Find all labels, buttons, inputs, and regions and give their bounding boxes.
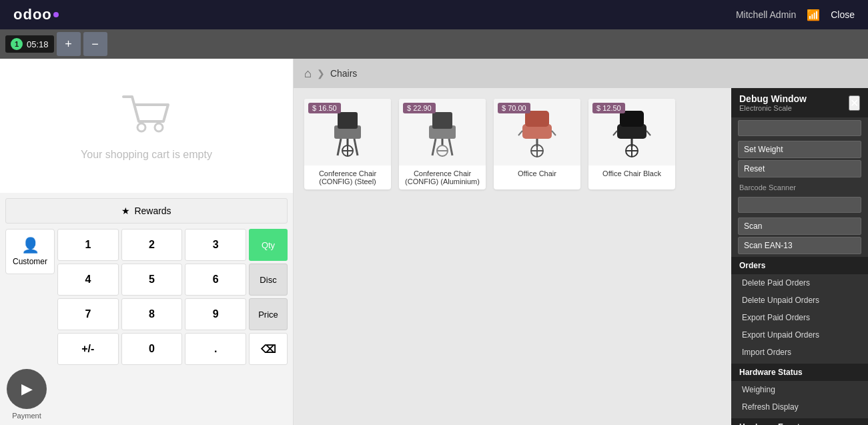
- rewards-label: Rewards: [134, 205, 171, 216]
- bottom-panel: ★ Rewards 👤 Customer 1 2 3 4: [0, 193, 293, 425]
- debug-scan-ean-button[interactable]: Scan EAN-13: [738, 237, 861, 254]
- svg-line-13: [449, 139, 452, 155]
- debug-window: Debug Window Electronic Scale ✕ Set Weig…: [731, 88, 868, 425]
- debug-barcode-label: Barcode Scanner: [731, 179, 868, 194]
- debug-title-group: Debug Window Electronic Scale: [739, 93, 807, 112]
- session-badge: 1 05:18: [5, 35, 54, 53]
- main-content: Your shopping cart is empty ★ Rewards 👤 …: [0, 59, 868, 425]
- customer-button[interactable]: 👤 Customer: [5, 229, 55, 274]
- product-card[interactable]: $ 12.50 Office Chair Black: [588, 99, 675, 189]
- debug-export-unpaid-button[interactable]: Export Unpaid Orders: [731, 326, 868, 344]
- session-time: 05:18: [27, 39, 49, 49]
- username-label: Mitchell Admin: [736, 9, 796, 20]
- debug-barcode-input[interactable]: [738, 197, 861, 213]
- breadcrumb-bar: ⌂ ❯ Chairs: [294, 59, 868, 88]
- logo-text: odoo: [13, 6, 52, 23]
- key-4[interactable]: 4: [57, 264, 119, 296]
- debug-delete-unpaid-button[interactable]: Delete Unpaid Orders: [731, 292, 868, 309]
- key-2[interactable]: 2: [121, 229, 183, 261]
- svg-line-31: [613, 131, 617, 135]
- key-3[interactable]: 3: [185, 229, 246, 261]
- svg-line-32: [646, 131, 650, 135]
- product-image-container: $ 12.50: [588, 99, 675, 165]
- close-button[interactable]: Close: [831, 9, 855, 20]
- debug-close-button[interactable]: ✕: [849, 95, 860, 111]
- svg-line-4: [338, 139, 341, 155]
- logo-dot: [53, 12, 59, 17]
- debug-orders-header: Orders: [731, 257, 868, 274]
- product-price-badge: $ 12.50: [592, 103, 625, 113]
- key-plusminus[interactable]: +/-: [57, 333, 119, 365]
- action-buttons: Qty Disc Price ⌫: [249, 229, 288, 365]
- rewards-button[interactable]: ★ Rewards: [5, 198, 288, 224]
- svg-line-5: [354, 139, 358, 155]
- product-card[interactable]: $ 70.00 Office Chair: [494, 99, 580, 189]
- key-8[interactable]: 8: [121, 298, 183, 330]
- disc-button[interactable]: Disc: [249, 264, 288, 296]
- key-1[interactable]: 1: [57, 229, 119, 261]
- svg-line-12: [432, 139, 436, 155]
- debug-reset-button[interactable]: Reset: [738, 160, 861, 177]
- product-name: Office Chair: [494, 165, 580, 181]
- customer-label: Customer: [13, 257, 47, 266]
- rewards-star-icon: ★: [121, 205, 130, 216]
- product-name: Conference Chair (CONFIG) (Steel): [304, 165, 391, 189]
- payment-button[interactable]: ▶: [7, 369, 47, 409]
- svg-line-23: [518, 131, 522, 135]
- svg-line-24: [552, 131, 556, 135]
- debug-weighing-button[interactable]: Weighing: [731, 381, 868, 398]
- debug-delete-paid-button[interactable]: Delete Paid Orders: [731, 274, 868, 292]
- debug-import-button[interactable]: Import Orders: [731, 344, 868, 361]
- wifi-icon: 📶: [807, 9, 820, 21]
- session-number: 1: [11, 38, 23, 50]
- key-6[interactable]: 6: [185, 264, 246, 296]
- product-price-badge: $ 70.00: [498, 103, 530, 113]
- debug-weight-input[interactable]: [738, 120, 861, 136]
- breadcrumb-current: Chairs: [330, 68, 357, 79]
- left-panel: Your shopping cart is empty ★ Rewards 👤 …: [0, 59, 294, 425]
- debug-set-weight-button[interactable]: Set Weight: [738, 141, 861, 158]
- key-9[interactable]: 9: [185, 298, 246, 330]
- product-image-container: $ 70.00: [494, 99, 580, 165]
- debug-hardware-events-header: Hardware Events: [731, 418, 868, 425]
- debug-export-paid-button[interactable]: Export Paid Orders: [731, 309, 868, 326]
- key-dot[interactable]: .: [185, 333, 246, 365]
- customer-person-icon: 👤: [21, 237, 39, 254]
- cart-area: Your shopping cart is empty: [0, 59, 293, 193]
- payment-label: Payment: [12, 412, 41, 420]
- debug-header: Debug Window Electronic Scale ✕: [731, 88, 868, 117]
- customer-col: 👤 Customer: [5, 229, 55, 365]
- product-price-badge: $ 16.50: [308, 103, 341, 113]
- debug-subtitle: Electronic Scale: [739, 104, 807, 112]
- product-price-badge: $ 22.90: [403, 103, 436, 113]
- top-header: odoo Mitchell Admin 📶 Close: [0, 0, 868, 29]
- product-image-container: $ 16.50: [304, 99, 391, 165]
- debug-title: Debug Window: [739, 93, 807, 104]
- price-button[interactable]: Price: [249, 298, 288, 330]
- payment-col: ▶ Payment: [7, 369, 47, 420]
- payment-row: ▶ Payment: [5, 369, 288, 420]
- breadcrumb-separator: ❯: [317, 68, 325, 79]
- key-0[interactable]: 0: [121, 333, 183, 365]
- product-name: Office Chair Black: [588, 165, 675, 181]
- key-5[interactable]: 5: [121, 264, 183, 296]
- odoo-logo: odoo: [0, 6, 72, 23]
- product-name: Conference Chair (CONFIG) (Aluminium): [399, 165, 486, 189]
- backspace-button[interactable]: ⌫: [249, 333, 288, 365]
- debug-refresh-display-button[interactable]: Refresh Display: [731, 398, 868, 416]
- product-card[interactable]: $ 22.90 Conference Chair (CONFIG) (Alumi…: [399, 99, 486, 189]
- key-7[interactable]: 7: [57, 298, 119, 330]
- svg-point-0: [137, 123, 145, 131]
- numpad-grid: 1 2 3 4 5 6 7 8 9 +/- 0 .: [57, 229, 246, 365]
- session-minus-button[interactable]: −: [83, 32, 107, 56]
- qty-button[interactable]: Qty: [249, 229, 288, 261]
- session-plus-button[interactable]: +: [57, 32, 81, 56]
- breadcrumb-home-icon[interactable]: ⌂: [304, 67, 312, 81]
- debug-scan-button[interactable]: Scan: [738, 218, 861, 235]
- debug-hardware-status-header: Hardware Status: [731, 364, 868, 381]
- svg-rect-11: [432, 112, 452, 129]
- product-card[interactable]: $ 16.50 Conference Chair (CONFIG) (Steel…: [304, 99, 391, 189]
- header-right: Mitchell Admin 📶 Close: [736, 9, 868, 21]
- cart-empty-text: Your shopping cart is empty: [81, 149, 212, 161]
- numpad-row: 👤 Customer 1 2 3 4 5 6 7 8 9 +/- 0: [5, 229, 288, 365]
